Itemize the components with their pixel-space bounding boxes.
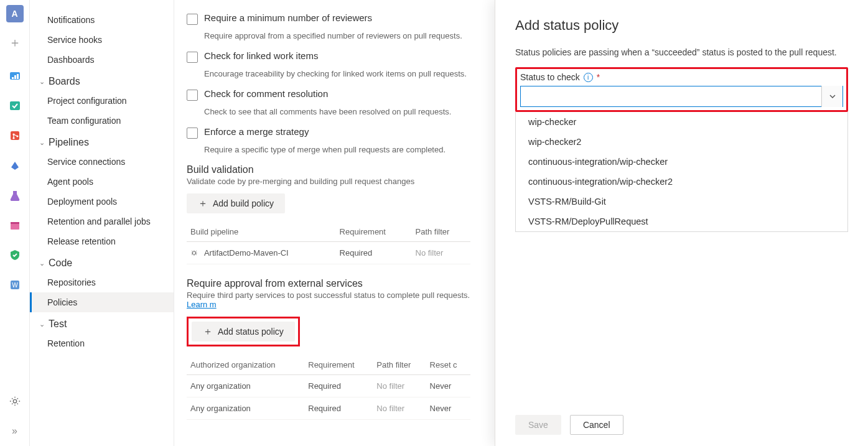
status-policy-table: Authorized organization Requirement Path… [187,355,470,420]
sidebar-group-code[interactable]: ⌄ Code [30,251,174,272]
status-option[interactable]: continuous-integration/wip-checker2 [516,172,847,192]
overview-icon[interactable] [7,68,22,83]
sidebar-item-deployment-pools[interactable]: Deployment pools [30,192,174,211]
add-status-policy-panel: Add status policy Status policies are pa… [495,0,868,446]
status-option[interactable]: VSTS-RM/Build-Git [516,192,847,211]
sidebar-item-service-connections[interactable]: Service connections [30,152,174,172]
sidebar-item-retention-parallel[interactable]: Retention and parallel jobs [30,211,174,231]
col-build-pipeline: Build pipeline [187,222,336,242]
svg-text:W: W [12,282,18,289]
cell-filter: No filter [373,375,426,397]
info-icon[interactable]: i [584,73,593,82]
learn-more-link[interactable]: Learn m [187,300,217,309]
panel-footer: Save Cancel [515,415,623,435]
cell-reset: Never [426,375,470,397]
sidebar-item-repositories[interactable]: Repositories [30,272,174,292]
save-button: Save [515,415,561,435]
sidebar-group-label: Code [49,258,72,269]
project-badge[interactable]: A [6,5,24,22]
nav-rail: A ＋ W » [0,0,30,446]
checkbox[interactable] [187,90,198,101]
cell-filter: No filter [412,242,470,264]
sidebar-group-pipelines[interactable]: ⌄ Pipelines [30,131,174,152]
policy-title: Check for linked work items [204,50,318,63]
plus-icon: ＋ [198,198,208,208]
add-status-policy-label: Add status policy [218,327,284,337]
chevron-down-icon: ⌄ [37,320,46,328]
status-option[interactable]: wip-checker2 [516,132,847,152]
pipeline-icon: ⛭ [190,248,198,258]
sidebar-item-service-hooks[interactable]: Service hooks [30,30,174,50]
policy-desc: Encourage traceability by checking for l… [204,69,470,78]
sidebar-item-dashboards[interactable]: Dashboards [30,50,174,70]
policy-desc: Check to see that all comments have been… [204,107,470,116]
settings-icon[interactable] [7,394,22,409]
cell-reset: Never [426,397,470,420]
policy-desc: Require a specific type of merge when pu… [204,145,470,154]
table-row[interactable]: Any organization Required No filter Neve… [187,397,470,420]
cell-org: Any organization [187,397,304,420]
status-to-check-combobox[interactable] [520,86,843,107]
new-item-button[interactable]: ＋ [6,34,24,51]
checkbox[interactable] [187,52,198,63]
cell-req: Required [304,397,373,420]
policy-desc: Require approval from a specified number… [204,31,470,40]
sidebar-item-team-config[interactable]: Team configuration [30,111,174,131]
status-option[interactable]: wip-checker [516,112,847,132]
policy-linked-work-items[interactable]: Check for linked work items [187,50,470,63]
add-status-policy-button[interactable]: ＋ Add status policy [192,322,295,341]
checkbox[interactable] [187,14,198,25]
settings-sidebar: Notifications Service hooks Dashboards ⌄… [30,0,174,446]
policy-min-reviewers[interactable]: Require a minimum number of reviewers [187,12,470,25]
col-requirement: Requirement [304,355,373,375]
sidebar-item-project-config[interactable]: Project configuration [30,91,174,111]
svg-rect-10 [11,222,19,224]
sidebar-item-release-retention[interactable]: Release retention [30,231,174,251]
svg-rect-4 [10,101,20,110]
sidebar-group-test[interactable]: ⌄ Test [30,312,174,333]
table-row[interactable]: ⛭ ArtifactDemo-Maven-CI Required No filt… [187,242,470,264]
status-option[interactable]: continuous-integration/wip-checker [516,152,847,172]
compliance-icon[interactable] [7,248,22,262]
pipelines-icon[interactable] [7,158,22,173]
sidebar-item-policies[interactable]: Policies [30,292,174,312]
svg-rect-2 [14,75,16,79]
artifacts-icon[interactable] [7,218,22,233]
cell-requirement: Required [336,242,412,264]
chevron-down-icon[interactable] [821,86,842,107]
col-requirement: Requirement [336,222,412,242]
status-to-check-input[interactable] [521,91,821,101]
policy-comment-resolution[interactable]: Check for comment resolution [187,88,470,101]
sidebar-item-notifications[interactable]: Notifications [30,10,174,30]
testplans-icon[interactable] [7,188,22,203]
table-row[interactable]: Any organization Required No filter Neve… [187,375,470,397]
add-build-policy-button[interactable]: ＋ Add build policy [187,193,285,213]
sidebar-group-boards[interactable]: ⌄ Boards [30,70,174,91]
sidebar-item-agent-pools[interactable]: Agent pools [30,172,174,192]
external-sub: Require third party services to post suc… [187,290,470,309]
main-content: Require a minimum number of reviewers Re… [174,0,470,446]
plus-icon: ＋ [203,327,213,337]
wiki-icon[interactable]: W [7,277,22,292]
panel-title: Add status policy [515,17,848,34]
status-option[interactable]: VSTS-RM/DeployPullRequest [516,211,847,231]
col-reset: Reset c [426,355,470,375]
checkbox[interactable] [187,128,198,139]
add-build-policy-label: Add build policy [213,198,274,208]
cell-pipeline: ArtifactDemo-Maven-CI [204,248,289,258]
expand-icon[interactable]: » [7,424,22,439]
chevron-down-icon: ⌄ [37,139,46,147]
svg-rect-1 [12,77,14,79]
build-policy-table: Build pipeline Requirement Path filter ⛭… [187,222,470,264]
add-status-policy-highlight: ＋ Add status policy [187,317,300,346]
policy-merge-strategy[interactable]: Enforce a merge strategy [187,126,470,139]
cancel-button[interactable]: Cancel [570,415,623,435]
boards-icon[interactable] [7,98,22,113]
policy-title: Enforce a merge strategy [204,126,309,139]
external-heading: Require approval from external services [187,278,470,289]
sidebar-group-label: Boards [49,76,80,87]
sidebar-item-test-retention[interactable]: Retention [30,333,174,353]
repos-icon[interactable] [7,128,22,143]
col-org: Authorized organization [187,355,304,375]
policy-title: Require a minimum number of reviewers [204,12,372,25]
